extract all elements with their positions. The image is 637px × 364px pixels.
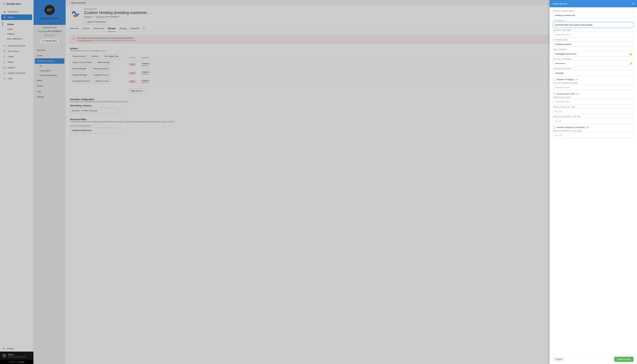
lock-icon: 🔒 (629, 53, 632, 55)
input-password[interactable] (553, 60, 633, 66)
chk-value: No (587, 126, 589, 128)
checkbox-icon (553, 78, 555, 81)
input-package[interactable] (553, 70, 633, 76)
label-customer-name: Customer Name (553, 39, 633, 41)
label-acl-name: Reseller ACL Name (553, 96, 633, 98)
key-icon[interactable]: 🔑 (629, 62, 632, 65)
chk-value: No (576, 93, 579, 95)
label-email: Email Address* (553, 49, 633, 50)
chk-label: Reseller Privileges: (557, 78, 574, 81)
create-account-button[interactable]: Create Account (614, 357, 633, 362)
overlay[interactable] (0, 0, 637, 364)
label-customer-id: Customer ID (553, 20, 633, 22)
create-account-drawer: Create Account ✕ Account Domain Name* Cu… (550, 0, 637, 364)
label-domain: Account Domain Name* (553, 10, 633, 12)
label-acct-limit: Reseller Account Limit (553, 106, 633, 108)
label-password: Account Password (553, 58, 633, 60)
chk-value: No (575, 78, 578, 81)
input-disk-limit[interactable] (553, 118, 633, 124)
close-icon[interactable]: ✕ (632, 2, 634, 5)
input-email[interactable] (553, 51, 633, 57)
checkbox-owns-itself[interactable]: Account Owns Itself: No (553, 92, 633, 95)
drawer-title: Create Account (552, 2, 567, 5)
input-customer-id[interactable] (553, 22, 633, 28)
input-username[interactable] (553, 32, 633, 38)
label-bw-limit: Reseller Bandwidth Limit (MB) (553, 130, 633, 132)
label-disk-limit: Reseller Diskspace Limit (MB) (553, 116, 633, 118)
cancel-button[interactable]: Cancel (553, 357, 564, 362)
chk-label: Account Owns Itself: (557, 93, 575, 95)
input-acct-limit[interactable] (553, 108, 633, 114)
checkbox-disk-oversell[interactable]: Reseller Diskspace Overselling: No (553, 126, 633, 128)
label-owner-username: Account Owner Username (553, 82, 633, 84)
checkbox-icon (553, 92, 555, 95)
label-package: Package Identifier* (553, 68, 633, 70)
input-domain[interactable] (553, 12, 633, 18)
checkbox-reseller-priv[interactable]: Reseller Privileges: No (553, 78, 633, 81)
input-owner-username[interactable] (553, 84, 633, 90)
input-bw-limit[interactable] (553, 132, 633, 138)
input-acl-name[interactable] (553, 99, 633, 104)
label-username: Account Username (553, 29, 633, 31)
input-customer-name[interactable] (553, 41, 633, 47)
chk-label: Reseller Diskspace Overselling: (557, 126, 585, 128)
checkbox-icon (553, 126, 555, 128)
